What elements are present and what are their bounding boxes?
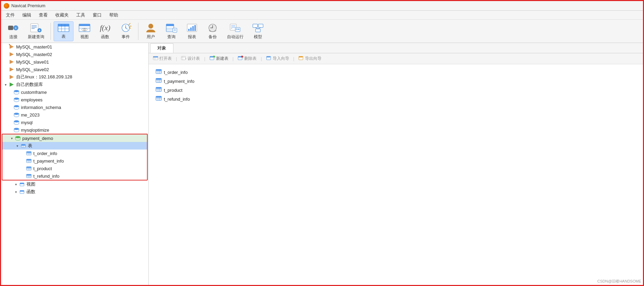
connect-icon: + — [7, 23, 20, 33]
title-bar: Navicat Premium — [1, 1, 643, 11]
design-table-button[interactable]: 设计表 — [179, 55, 202, 62]
svg-point-65 — [14, 128, 19, 130]
auto-run-button[interactable]: 自动运行 — [224, 21, 247, 41]
employees-icon — [13, 97, 20, 103]
delete-table-button[interactable]: – 删除表 — [236, 55, 259, 62]
sidebar-item-t-order-info[interactable]: t_order_info — [2, 150, 147, 157]
sidebar-item-my-db-conn[interactable]: ▾ 自己的数据库 — [1, 81, 148, 88]
sidebar-item-functions-node[interactable]: ▾ 函数 — [1, 188, 148, 196]
sidebar-item-mysql-master01[interactable]: MySQL_master01 — [1, 43, 148, 51]
open-table-button[interactable]: 打开表 — [151, 55, 174, 62]
backup-button[interactable]: 备份 — [203, 21, 222, 41]
right-panel-t-order-info[interactable]: t_order_info — [154, 68, 637, 77]
right-panel-t-payment-info[interactable]: t_payment_info — [154, 77, 637, 86]
tree-arrow-mysql-master01 — [3, 44, 8, 49]
svg-line-45 — [255, 28, 258, 29]
event-button[interactable]: 事件 — [116, 21, 135, 41]
sidebar-item-linux-conn[interactable]: 自己linux：192.168.209.128 — [1, 73, 148, 81]
sidebar-item-me-2023[interactable]: me_2023 — [1, 111, 148, 119]
menu-help[interactable]: 帮助 — [106, 11, 122, 19]
sidebar-item-employees[interactable]: employees — [1, 96, 148, 103]
backup-label: 备份 — [208, 34, 217, 40]
view-button[interactable]: 视图 — [75, 21, 94, 41]
svg-rect-118 — [156, 69, 161, 71]
sidebar-item-t-payment-info[interactable]: t_payment_info — [2, 157, 147, 165]
svg-rect-100 — [181, 56, 185, 60]
svg-marker-49 — [10, 52, 14, 56]
svg-rect-0 — [8, 26, 13, 30]
sidebar-item-mysql-slave01[interactable]: MySQL_slave01 — [1, 58, 148, 66]
svg-rect-43 — [258, 24, 263, 28]
right-t-refund-info-label: t_refund_info — [164, 97, 190, 102]
svg-point-18 — [84, 29, 85, 30]
right-t-order-info-icon — [156, 69, 162, 76]
my-db-conn-label: 自己的数据库 — [16, 81, 43, 88]
sidebar-item-t-product[interactable]: t_product — [2, 165, 147, 172]
menu-edit[interactable]: 编辑 — [19, 11, 35, 19]
mysql-slave01-icon — [9, 59, 15, 65]
export-wizard-button[interactable]: → 导出向导 — [296, 55, 324, 62]
my-db-icon — [9, 81, 15, 88]
sidebar-item-views-node[interactable]: ▾ 视图 — [1, 180, 148, 188]
connect-button[interactable]: + 连接 — [4, 21, 23, 41]
new-table-button[interactable]: + 新建表 — [207, 55, 230, 62]
sidebar-item-information-schema[interactable]: information_schema — [1, 103, 148, 111]
sidebar-item-mysqloptimize[interactable]: mysqloptimize — [1, 126, 148, 134]
new-query-button[interactable]: + 新建查询 — [24, 21, 48, 41]
payment-demo-label: payment_demo — [22, 136, 53, 141]
mysql-slave02-icon — [9, 66, 15, 73]
tree-arrow-mysql — [8, 120, 13, 125]
sidebar-item-t-refund-info[interactable]: t_refund_info — [2, 172, 147, 180]
t-product-icon — [26, 165, 32, 172]
toolbar-separator-1 — [50, 23, 51, 40]
functions-node-label: 函数 — [26, 189, 35, 195]
mysqloptimize-icon — [13, 127, 20, 133]
svg-rect-25 — [166, 24, 174, 26]
right-panel-table-list: t_order_info t_payment_info — [149, 64, 643, 107]
menu-favorites[interactable]: 收藏夹 — [52, 11, 72, 19]
report-button[interactable]: 报表 — [182, 21, 202, 41]
menu-window[interactable]: 窗口 — [89, 11, 105, 19]
event-icon — [120, 23, 132, 33]
svg-point-67 — [15, 136, 20, 138]
tree-arrow-views: ▾ — [13, 182, 18, 187]
svg-rect-78 — [26, 159, 31, 161]
right-panel-t-refund-info[interactable]: t_refund_info — [154, 95, 637, 103]
toolbar-separator-2 — [138, 23, 138, 40]
sidebar-item-payment-demo[interactable]: ▾ payment_demo — [2, 134, 147, 142]
model-label: 模型 — [254, 34, 262, 40]
right-panel-t-product[interactable]: t_product — [154, 86, 637, 95]
me-2023-icon — [13, 112, 20, 118]
menu-view[interactable]: 查看 — [35, 11, 51, 19]
model-button[interactable]: 模型 — [248, 21, 268, 41]
customframe-icon — [13, 89, 20, 95]
table-button[interactable]: 表 — [54, 21, 74, 41]
right-panel: 对象 打开表 | — [149, 43, 643, 286]
sidebar-item-mysql-slave02[interactable]: MySQL_slave02 — [1, 66, 148, 73]
query-button[interactable]: 查询 — [162, 21, 181, 41]
svg-rect-93 — [20, 183, 24, 184]
sidebar-item-tables-node[interactable]: ▾ 表 — [2, 142, 147, 150]
backup-icon — [206, 23, 219, 33]
obj-toolbar: 打开表 | 设计表 | — [149, 53, 643, 64]
sidebar-item-customframe[interactable]: customframe — [1, 88, 148, 96]
import-wizard-button[interactable]: ← 导入向导 — [264, 55, 291, 62]
sidebar-item-mysql-master02[interactable]: MySQL_master02 — [1, 51, 148, 58]
svg-point-55 — [14, 90, 19, 92]
mysql-master01-label: MySQL_master01 — [16, 44, 52, 50]
tables-node-label: 表 — [28, 143, 32, 149]
mysql-db-icon — [13, 119, 20, 125]
user-button[interactable]: 用户 — [141, 21, 160, 41]
table-icon — [57, 23, 70, 33]
view-icon — [78, 23, 91, 33]
app-icon — [4, 3, 9, 9]
function-button[interactable]: f(x) 函数 — [95, 21, 115, 41]
menu-file[interactable]: 文件 — [2, 11, 18, 19]
svg-rect-97 — [153, 56, 158, 57]
menu-tools[interactable]: 工具 — [73, 11, 89, 19]
query-label: 查询 — [167, 34, 176, 40]
new-table-label: 新建表 — [216, 56, 228, 62]
delete-table-icon: – — [238, 56, 243, 62]
sidebar-item-mysql[interactable]: mysql — [1, 119, 148, 126]
tab-objects[interactable]: 对象 — [150, 43, 173, 53]
